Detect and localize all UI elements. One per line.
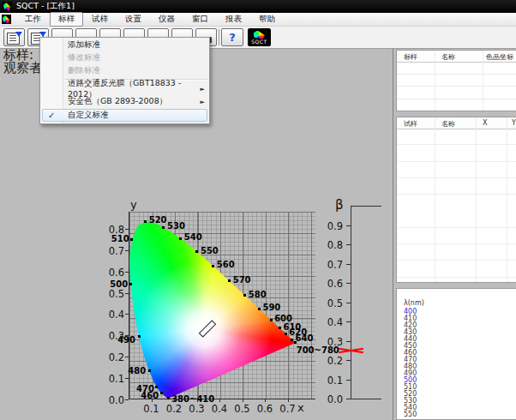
beta-tick-label: 0.8 [314,239,343,251]
beta-tickmark [346,321,351,322]
y-tick-label: 0.4 [98,309,124,321]
menu-help[interactable]: 帮助 [250,12,284,27]
x-tick-label: 0.2 [165,403,183,415]
lambda-item[interactable]: 500 [404,377,516,384]
menu-work[interactable]: 工作 [16,12,50,27]
lambda-item[interactable]: 550 [404,411,516,418]
menu-item-edit-standard: 修改标准 [40,51,209,64]
lambda-item[interactable]: 400 [404,309,516,315]
menu-settings[interactable]: 设置 [117,12,150,27]
beta-tickmark [346,341,351,342]
wavelength-label: 590 [262,303,280,312]
standards-dropdown-menu: 添加标准 修改标准 删除标准 道路交通反光膜（GBT18833 - 2012） … [39,37,210,124]
y-tickmark [125,293,129,294]
y-tick-label: 0.1 [98,373,124,385]
y-tick-label: 0.6 [98,267,124,279]
lambda-item[interactable]: 480 [404,363,516,370]
beta-tick-label: 0.4 [314,316,343,328]
beta-tick-label: 0.0 [314,393,343,405]
y-tickmark [125,378,129,379]
x-tick-label: 0.6 [256,403,273,415]
x-tickmark [219,399,220,402]
y-tick-label: 0.7 [98,245,124,257]
y-tickmark [125,229,129,230]
document-logo-icon[interactable] [2,15,11,24]
lambda-items: 4004104204304404504604704804905005105205… [404,309,516,418]
menu-report[interactable]: 报表 [217,12,250,27]
observer-label: 观察者 [3,62,42,75]
x-tick-label: 0.3 [189,403,206,415]
samples-table[interactable]: 试样 名称 X Y [396,117,516,283]
locus-dot [294,341,297,344]
x-axis-letter: x [297,401,304,414]
menu-sample[interactable]: 试样 [83,12,117,27]
lambda-item[interactable]: 410 [404,315,516,322]
y-tickmark [125,335,129,336]
beta-tick-label: 0.6 [314,278,343,290]
y-tickmark [125,314,129,315]
lambda-item[interactable]: 450 [404,343,516,350]
y-tickmark [125,399,129,400]
x-tickmark [174,399,175,402]
sqct-app-window: { "window": { "title": "SQCT - [工作1]" },… [0,0,516,420]
lambda-item[interactable]: 420 [404,322,516,329]
menu-item-custom-standard[interactable]: ✓ 自定义标准 [42,109,207,122]
locus-dot [285,333,287,335]
cie-chromaticity-chart[interactable]: 380~410460470480490500510520530540550560… [129,212,315,399]
locus-dot [148,369,151,372]
lambda-item[interactable]: 470 [404,357,516,363]
x-tickmark [288,399,289,402]
locus-dot [258,308,261,310]
standards-table-rows[interactable] [397,62,516,111]
lambda-item[interactable]: 440 [404,336,516,343]
panel-divider [393,49,393,420]
y-tickmark [125,357,129,357]
wavelength-list-panel[interactable]: λ(nm) 4004104204304404504604704804905005… [396,288,516,420]
blue-down-arrow-icon [15,32,22,37]
locus-dot [212,265,214,267]
beta-tickmark [346,225,351,226]
menu-standard[interactable]: 标样 [50,12,83,27]
beta-axis: 0.00.10.20.30.40.50.60.70.80.9 [351,206,382,399]
menu-window[interactable]: 窗口 [183,12,217,27]
beta-axis-top-cap [351,206,381,207]
menu-item-add-standard[interactable]: 添加标准 [40,39,209,51]
x-tickmark [265,399,266,402]
lambda-item[interactable]: 460 [404,350,516,357]
locus-dot [243,294,246,297]
lambda-item[interactable]: 490 [404,370,516,377]
x-tick-label: 0.4 [211,403,228,415]
y-tickmark [125,250,129,251]
wavelength-label: 540 [184,232,202,242]
samples-table-rows[interactable] [397,129,516,282]
beta-tickmark [346,380,351,381]
title-bar: SQCT - [工作1] [0,0,516,13]
y-tick-label: 0.3 [98,330,124,342]
lambda-item[interactable]: 520 [404,391,516,398]
x-tick-label: 0.5 [234,403,251,415]
y-tick-label: 0.0 [98,394,124,406]
load-standard-button[interactable] [3,28,25,46]
sqct-horseshoe-icon [254,31,266,39]
menu-instrument[interactable]: 仪器 [150,12,183,27]
menu-item-road-reflective-film[interactable]: 道路交通反光膜（GBT18833 - 2012） ► [40,82,209,95]
lambda-item[interactable]: 540 [404,405,516,411]
locus-dot [130,238,133,241]
lambda-item[interactable]: 530 [404,398,516,405]
menu-item-safety-color[interactable]: 安全色（GB 2893-2008） ► [40,95,209,108]
y-tick-label: 0.5 [98,288,124,300]
locus-dot [160,392,163,394]
lambda-item[interactable]: 430 [404,329,516,336]
locus-dot [162,226,165,229]
sqct-logo-button[interactable]: SQCT [248,28,271,46]
beta-tickmark [346,244,351,245]
lambda-item[interactable]: 510 [404,384,516,391]
beta-axis-bottom-cap [351,399,381,399]
menu-item-delete-standard: 删除标准 [40,64,209,77]
wavelength-label: 580 [249,290,267,299]
help-button[interactable]: ? [221,28,243,46]
standards-table[interactable]: 标样 名称 色品坐标 [396,50,516,111]
sample-info-text: 标样: 观察者 [3,49,42,75]
wavelength-label: 480 [128,366,146,375]
wavelength-label: 470 [136,384,154,393]
